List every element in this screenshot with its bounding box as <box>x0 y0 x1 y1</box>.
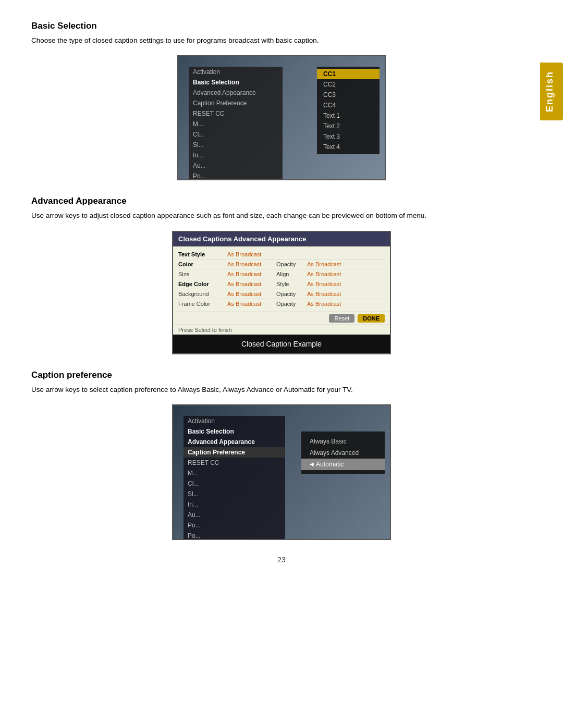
ss3-sub-automatic: ◀ Automatic <box>301 459 385 470</box>
ss3-submenu: Always Basic Always Advanced ◀ Automatic <box>301 431 385 474</box>
ss1-menu: Activation Basic Selection Advanced Appe… <box>189 67 283 180</box>
row-color: Color As Broadcast Opacity As Broadcast <box>178 260 385 269</box>
section-advanced-appearance: Advanced Appearance Use arrow keys to ad… <box>31 196 532 354</box>
ss1-item-in: In... <box>189 150 283 161</box>
ss3-menu: Activation Basic Selection Advanced Appe… <box>183 416 285 540</box>
section-basic-selection: Basic Selection Choose the type of close… <box>31 21 532 180</box>
section-caption-preference: Caption preference Use arrow keys to sel… <box>31 370 532 540</box>
dialog-footer: Reset DONE <box>173 312 390 325</box>
caption-preference-title: Caption preference <box>31 370 532 380</box>
ss1-sub-text4: Text 4 <box>317 142 380 152</box>
row-edge-color: Edge Color As Broadcast Style As Broadca… <box>178 279 385 289</box>
ss3-item-in: In... <box>183 499 285 510</box>
advanced-appearance-desc: Use arrow keys to adjust closed caption … <box>31 211 480 221</box>
basic-selection-screenshot-wrap: Activation Basic Selection Advanced Appe… <box>31 55 532 180</box>
ss1-item-au: Au... <box>189 161 283 171</box>
press-select-text: Press Select to finish <box>173 325 390 335</box>
value-size: As Broadcast <box>227 271 274 277</box>
label2-align: Align <box>276 271 305 277</box>
ss1-item-m: M... <box>189 119 283 129</box>
advanced-appearance-dialog: Closed Captions Advanced Appearance Text… <box>172 231 391 354</box>
basic-selection-desc: Choose the type of closed caption settin… <box>31 35 480 46</box>
reset-button[interactable]: Reset <box>329 314 354 323</box>
basic-selection-screenshot: Activation Basic Selection Advanced Appe… <box>177 55 386 180</box>
ss1-item-advanced: Advanced Appearance <box>189 88 283 98</box>
ss1-item-sl: Sl... <box>189 140 283 150</box>
label-size: Size <box>178 271 225 277</box>
page-number: 23 <box>31 556 532 564</box>
ss1-sub-cc3: CC3 <box>317 90 380 100</box>
ss3-sub-always-basic: Always Basic <box>301 436 385 447</box>
ss3-item-po2: Po... <box>183 530 285 540</box>
ss3-item-advanced: Advanced Appearance <box>183 437 285 447</box>
ss3-item-reset-cc: RESET CC <box>183 458 285 468</box>
label-background: Background <box>178 291 225 297</box>
advanced-appearance-title: Advanced Appearance <box>31 196 532 206</box>
ss3-item-sl: Sl... <box>183 489 285 499</box>
caption-preference-desc: Use arrow keys to select caption prefere… <box>31 385 480 395</box>
value-text-style: As Broadcast <box>227 251 274 257</box>
value2-opacity-frame: As Broadcast <box>307 301 354 307</box>
ss1-sub-cc2: CC2 <box>317 79 380 90</box>
ss3-item-caption-pref: Caption Preference <box>183 447 285 458</box>
ss3-arrow-icon: ◀ <box>310 461 314 467</box>
ss1-item-reset-cc: RESET CC <box>189 108 283 119</box>
ss1-item-cl: Cl... <box>189 129 283 140</box>
ss3-sub-always-advanced: Always Advanced <box>301 447 385 459</box>
page-container: English Basic Selection Choose the type … <box>0 0 563 585</box>
ss3-item-basic-selection: Basic Selection <box>183 426 285 437</box>
label2-opacity-frame: Opacity <box>276 301 305 307</box>
done-button[interactable]: DONE <box>358 314 385 323</box>
row-size: Size As Broadcast Align As Broadcast <box>178 269 385 279</box>
ss1-sub-cc4: CC4 <box>317 100 380 110</box>
value-frame-color: As Broadcast <box>227 301 274 307</box>
label-edge-color: Edge Color <box>178 281 225 287</box>
row-frame-color: Frame Color As Broadcast Opacity As Broa… <box>178 299 385 309</box>
row-text-style: Text Style As Broadcast <box>178 250 385 260</box>
english-tab: English <box>540 63 563 120</box>
ss1-item-basic-selection: Basic Selection <box>189 77 283 88</box>
label2-opacity: Opacity <box>276 261 305 267</box>
ss1-item-po1: Po... <box>189 171 283 180</box>
ss1-sub-cc1: CC1 <box>317 69 380 79</box>
row-background: Background As Broadcast Opacity As Broad… <box>178 289 385 299</box>
dialog-title: Closed Captions Advanced Appearance <box>173 232 390 246</box>
advanced-appearance-screenshot-wrap: Closed Captions Advanced Appearance Text… <box>31 231 532 354</box>
ss1-sub-text2: Text 2 <box>317 121 380 131</box>
ss1-item-activation: Activation <box>189 67 283 77</box>
value2-opacity-bg: As Broadcast <box>307 291 354 297</box>
ss3-item-cl: Cl... <box>183 478 285 489</box>
ss3-item-m: M... <box>183 468 285 478</box>
ss3-item-activation: Activation <box>183 416 285 426</box>
ss1-item-caption-pref: Caption Preference <box>189 98 283 108</box>
ss3-item-po1: Po... <box>183 520 285 530</box>
dialog-body: Text Style As Broadcast Color As Broadca… <box>173 246 390 312</box>
label2-opacity-bg: Opacity <box>276 291 305 297</box>
basic-selection-title: Basic Selection <box>31 21 532 31</box>
value2-opacity-color: As Broadcast <box>307 261 354 267</box>
cc-preview: Closed Caption Example <box>173 335 390 353</box>
caption-preference-screenshot: Activation Basic Selection Advanced Appe… <box>172 404 391 540</box>
value-background: As Broadcast <box>227 291 274 297</box>
label2-style: Style <box>276 281 305 287</box>
label-text-style: Text Style <box>178 251 225 257</box>
value-edge-color: As Broadcast <box>227 281 274 287</box>
label-frame-color: Frame Color <box>178 301 225 307</box>
label-color: Color <box>178 261 225 267</box>
ss1-submenu: CC1 CC2 CC3 CC4 Text 1 Text 2 Text 3 Tex… <box>317 67 380 154</box>
ss3-item-au: Au... <box>183 510 285 520</box>
caption-preference-screenshot-wrap: Activation Basic Selection Advanced Appe… <box>31 404 532 540</box>
ss1-sub-text3: Text 3 <box>317 131 380 142</box>
value-color: As Broadcast <box>227 261 274 267</box>
value2-style: As Broadcast <box>307 281 354 287</box>
ss1-sub-text1: Text 1 <box>317 110 380 121</box>
value2-align: As Broadcast <box>307 271 354 277</box>
